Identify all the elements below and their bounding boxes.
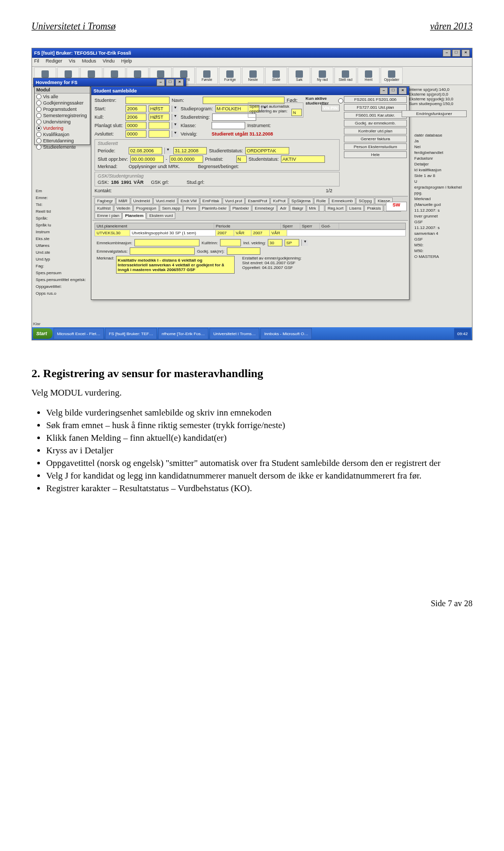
merknad-textarea[interactable]: Kvalitativ metodikk I - distans 6 vektta… — [116, 256, 235, 274]
chevron-down-icon[interactable]: ▼ — [301, 240, 308, 246]
chevron-down-icon[interactable]: ▼ — [172, 131, 178, 137]
periode-til-input[interactable]: 31.12.2008 — [173, 147, 207, 154]
menu-item[interactable]: Rediger — [46, 58, 62, 64]
modul-item[interactable]: Vis alle — [35, 94, 90, 100]
tab[interactable]: SOppg — [356, 198, 374, 204]
radio-icon[interactable] — [36, 119, 41, 124]
endringsfunksjoner-button[interactable]: Endringsfunksjoner — [402, 110, 467, 117]
klasse-input[interactable] — [212, 122, 245, 129]
close-icon[interactable]: × — [461, 49, 470, 57]
tab[interactable]: EsamlProt — [245, 198, 270, 204]
action-button[interactable]: Generer faktura — [344, 136, 407, 142]
studentstatus-input[interactable]: AKTIV — [281, 155, 325, 163]
tab[interactable]: Veiledn — [114, 205, 133, 212]
toolbar-button[interactable]: Hent — [358, 67, 380, 84]
radio-icon[interactable] — [36, 113, 41, 118]
taskbar-item[interactable]: nfhome [Tor-Erik Fos… — [158, 328, 208, 339]
start-button[interactable]: Start — [33, 328, 52, 339]
modul-item[interactable]: Kvalifikasjon — [35, 131, 90, 138]
radio-icon[interactable] — [36, 138, 41, 143]
toolbar-button[interactable]: Slett rad — [334, 67, 356, 84]
start-year-input[interactable]: 2006 — [125, 105, 146, 112]
radio-icon[interactable] — [36, 144, 41, 150]
menu-item[interactable]: Hjelp — [121, 58, 132, 64]
tab[interactable]: EmFritak — [200, 198, 222, 204]
privatist-input[interactable]: N — [236, 155, 247, 163]
cell[interactable]: VÅR — [270, 230, 287, 236]
studentnr-input[interactable] — [125, 97, 170, 104]
toolbar-button[interactable]: Første — [196, 67, 218, 84]
modul-item[interactable]: Vurdering — [35, 125, 90, 131]
minimize-icon[interactable]: – — [156, 79, 165, 86]
menu-item[interactable]: Fil — [34, 58, 39, 64]
modul-item[interactable]: Semesterregistrering — [35, 112, 90, 119]
radio-icon[interactable] — [36, 126, 41, 131]
kull-year-input[interactable]: 2006 — [125, 113, 146, 121]
close-icon[interactable]: × — [175, 79, 184, 86]
chevron-down-icon[interactable]: ▼ — [172, 114, 178, 120]
tab[interactable]: Vurd.meld — [153, 198, 177, 204]
tab[interactable]: SpSkjema — [289, 198, 313, 204]
start-sem-input[interactable]: HØST — [149, 105, 170, 112]
menu-item[interactable]: Modus — [82, 58, 96, 64]
action-button[interactable]: FS201.001 FS201.006 — [344, 96, 407, 103]
toolbar-button[interactable]: Ny rad — [311, 67, 333, 84]
avsluttet-input[interactable]: 0000 — [125, 130, 146, 138]
cell[interactable]: 2007 — [251, 230, 270, 236]
taskbar-item[interactable]: Universitetet i Troms… — [209, 328, 259, 339]
chevron-down-icon[interactable]: ▼ — [172, 106, 178, 112]
kull-sem-input[interactable]: HØST — [149, 113, 170, 121]
action-button[interactable]: Kontroller utd.plan — [344, 128, 407, 134]
taskbar-item[interactable]: FS [fsuit] Bruker: TEF… — [105, 328, 157, 339]
tab[interactable]: Endr.VM — [178, 198, 200, 204]
radio-icon[interactable] — [36, 132, 41, 137]
cell[interactable]: UTVEKSL30 — [95, 230, 130, 236]
input[interactable]: 30 — [268, 239, 282, 246]
modul-item[interactable]: Undervisning — [35, 119, 90, 125]
menu-item[interactable]: Vis — [69, 58, 75, 64]
tab[interactable]: Vurd.prot — [223, 198, 245, 204]
tab[interactable]: Perm — [183, 205, 198, 212]
radio-icon[interactable] — [36, 94, 41, 99]
planlagt-slutt-input[interactable]: 0000 — [125, 122, 146, 129]
emnekomb-input[interactable] — [134, 239, 200, 246]
tab[interactable]: KvProt — [270, 198, 288, 204]
toolbar-button[interactable]: Siste — [265, 67, 287, 84]
taskbar-item[interactable]: Innboks - Microsoft O… — [260, 328, 312, 339]
modul-item[interactable]: Godkjenningssaker — [35, 100, 90, 106]
studierettstatus-input[interactable]: ORDOPPTAK — [245, 147, 289, 154]
grid-row[interactable]: UTVEKSL30 Utvekslingsopphold 30 SP (1 se… — [94, 230, 406, 236]
action-button[interactable]: FS727.001 Utd.plan — [344, 104, 407, 111]
tab[interactable]: Reg.kort — [325, 205, 346, 212]
modul-item[interactable]: Programstudent — [35, 106, 90, 112]
input[interactable] — [220, 239, 241, 246]
menu-item[interactable]: Vindu — [102, 58, 114, 64]
input[interactable] — [227, 247, 260, 255]
maximize-icon[interactable]: □ — [166, 79, 174, 86]
cell[interactable]: 2007 — [216, 230, 234, 236]
tab[interactable]: Sem.rapp — [160, 205, 183, 212]
kun-aktive-checkbox[interactable] — [338, 98, 343, 103]
input[interactable] — [149, 122, 170, 129]
maximize-icon[interactable]: □ — [389, 87, 397, 95]
menubar[interactable]: Fil Rediger Vis Modus Vindu Hjelp — [32, 58, 472, 67]
tab[interactable]: MåR — [116, 198, 130, 204]
cell[interactable]: VÅR — [234, 230, 251, 236]
tab[interactable]: Emnekomb — [329, 198, 355, 204]
tab[interactable]: Bakgr — [290, 205, 306, 212]
tab[interactable]: Kullhist — [94, 205, 113, 212]
tab[interactable]: Planbekr — [230, 205, 252, 212]
tab[interactable]: Praksis — [364, 205, 383, 212]
toolbar-button[interactable]: Forrige — [219, 67, 241, 84]
input[interactable] — [130, 247, 195, 255]
tab[interactable]: Ekstern vurd — [146, 212, 175, 219]
tab[interactable]: Emne i plan — [94, 212, 122, 219]
minimize-icon[interactable]: – — [443, 49, 451, 57]
tab[interactable]: Adr — [277, 205, 289, 212]
tab[interactable]: Planelem — [122, 212, 146, 219]
input[interactable] — [149, 130, 170, 138]
toolbar-button[interactable]: Neste — [242, 67, 264, 84]
tab[interactable]: Emnebegr — [252, 205, 277, 212]
periode-fra-input[interactable]: 02.08.2006 — [129, 147, 162, 154]
tab[interactable]: Planinfo-bekr — [200, 205, 229, 212]
